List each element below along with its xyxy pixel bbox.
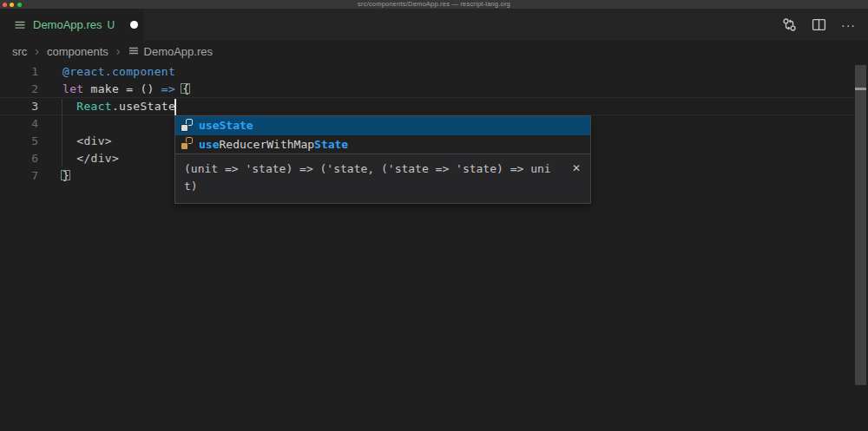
- vertical-scrollbar[interactable]: [855, 65, 866, 385]
- close-icon[interactable]: ✕: [572, 162, 581, 174]
- suggestion-docs-panel: (unit => 'state) => ('state, ('state => …: [175, 153, 590, 203]
- matched-bracket: {: [182, 82, 189, 95]
- vscode-window: src/components/DemoApp.res — rescript-la…: [0, 0, 868, 431]
- type-signature-line: (unit => 'state) => ('state, ('state => …: [184, 160, 564, 178]
- tab-demoapp-res[interactable]: DemoApp.res U: [0, 9, 144, 41]
- code-line[interactable]: @react.component: [62, 63, 175, 81]
- git-status-badge: U: [107, 19, 115, 31]
- jsx-tag-token: </div>: [62, 152, 119, 165]
- code-line[interactable]: }: [62, 167, 69, 185]
- code-line[interactable]: let make = () => {: [62, 81, 189, 98]
- code-token: [62, 100, 76, 113]
- unsaved-changes-dot[interactable]: [130, 21, 138, 29]
- window-title: src/components/DemoApp.res — rescript-la…: [0, 0, 868, 9]
- window-titlebar: src/components/DemoApp.res — rescript-la…: [0, 0, 868, 9]
- breadcrumb-file-label: DemoApp.res: [144, 45, 213, 58]
- jsx-tag-token: <div>: [62, 134, 112, 147]
- symbol-value-icon: [180, 137, 194, 151]
- editor-tab-bar: DemoApp.res U: [0, 9, 868, 41]
- more-actions-icon[interactable]: ···: [841, 17, 856, 32]
- breadcrumb-file[interactable]: DemoApp.res: [128, 45, 213, 58]
- code-token: make = (): [83, 82, 161, 95]
- code-line[interactable]: <div>: [62, 133, 112, 150]
- line-number-5: 5: [0, 133, 38, 150]
- arrow-token: =>: [161, 82, 175, 95]
- symbol-value-icon: [180, 119, 194, 133]
- suggest-widget: useState useReducerWithMapState (unit =>…: [174, 115, 591, 204]
- breadcrumb: src › components › DemoApp.res: [0, 41, 868, 62]
- decorator-token: @react.component: [62, 65, 175, 78]
- suggestion-label: useState: [199, 119, 253, 132]
- suggestion-label: useReducerWithMapState: [199, 138, 348, 151]
- line-number-3: 3: [0, 98, 38, 115]
- text-cursor: [174, 99, 176, 115]
- line-number-6: 6: [0, 150, 38, 167]
- suggestion-item-usereducerwithmapstate[interactable]: useReducerWithMapState: [175, 135, 590, 154]
- file-icon: [128, 45, 139, 58]
- file-icon: [14, 20, 26, 30]
- line-number-2: 2: [0, 81, 38, 98]
- keyword-token: let: [62, 82, 83, 95]
- code-line[interactable]: </div>: [62, 150, 119, 167]
- type-signature-line: t): [184, 178, 564, 195]
- open-changes-icon[interactable]: [782, 17, 797, 32]
- code-token: .useState: [112, 100, 175, 113]
- line-number-1: 1: [0, 63, 38, 81]
- line-number-4: 4: [0, 115, 38, 133]
- split-editor-icon[interactable]: [812, 17, 826, 32]
- code-line[interactable]: React.useState: [62, 98, 175, 115]
- chevron-right-icon: ›: [35, 44, 39, 58]
- suggestion-item-usestate[interactable]: useState: [175, 116, 590, 135]
- matched-bracket: }: [62, 169, 69, 182]
- module-token: React: [76, 100, 112, 113]
- breadcrumb-components[interactable]: components: [47, 45, 108, 58]
- breadcrumb-src[interactable]: src: [12, 45, 27, 58]
- line-number-7: 7: [0, 167, 38, 185]
- chevron-right-icon: ›: [116, 44, 121, 58]
- overview-ruler-cursor-marker: [855, 88, 866, 90]
- editor-actions: ···: [782, 9, 856, 41]
- tab-label: DemoApp.res: [33, 18, 102, 31]
